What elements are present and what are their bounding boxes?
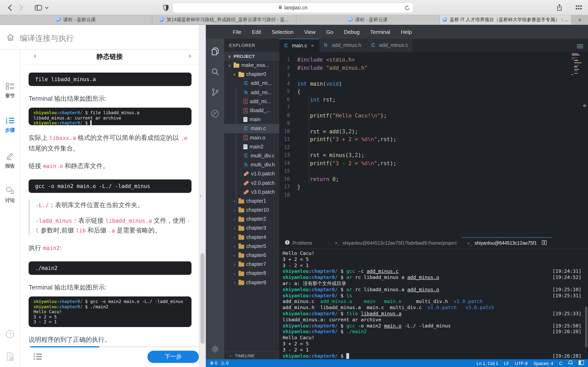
minimap[interactable] bbox=[572, 53, 586, 82]
tree-item[interactable]: ›chapter8 bbox=[224, 269, 279, 278]
sidebar-item-chapters[interactable]: 章节 bbox=[0, 83, 20, 100]
next-section-arrow[interactable]: › bbox=[186, 52, 194, 60]
search-icon[interactable] bbox=[206, 65, 224, 79]
split-terminal-icon[interactable] bbox=[542, 240, 546, 246]
timestamp: [19:25:31] bbox=[553, 292, 581, 299]
tree-item[interactable]: hmulti_div.h bbox=[224, 160, 279, 169]
terminal-segment: : bbox=[309, 292, 311, 299]
code-text bbox=[290, 104, 297, 111]
status-item[interactable]: Spaces: 4 bbox=[533, 361, 553, 366]
collapse-right-icon[interactable]: « bbox=[583, 101, 586, 108]
tree-item[interactable]: v3.0.patch bbox=[224, 187, 279, 196]
menu-item-file[interactable]: File bbox=[233, 29, 241, 35]
tree-item[interactable]: v2.0.patch bbox=[224, 178, 279, 187]
sidebar-item-steps[interactable]: 123步骤 bbox=[0, 117, 20, 134]
menu-item-debug[interactable]: Debug bbox=[344, 29, 360, 35]
prev-section-arrow[interactable]: ‹ bbox=[31, 52, 39, 60]
new-tab-button[interactable]: + bbox=[572, 15, 588, 25]
terminal-line: shiyanlou:chapter0/ $ ar rc libadd_minus… bbox=[283, 275, 588, 281]
tree-item[interactable]: main bbox=[224, 115, 279, 124]
tree-item[interactable]: ∨make_exa... bbox=[224, 61, 279, 70]
close-tab-icon[interactable]: × bbox=[311, 43, 314, 48]
browser-tab[interactable]: 课程 - 蓝桥云课 bbox=[0, 15, 152, 25]
tree-item[interactable]: Cmulti_div.c bbox=[224, 151, 279, 160]
menu-item-selection[interactable]: Selection bbox=[272, 29, 294, 35]
browser-tab[interactable]: 课程 - 蓝桥云课 bbox=[296, 15, 440, 25]
files-icon[interactable] bbox=[206, 44, 224, 58]
collapse-handle-icon[interactable]: ‹ bbox=[200, 193, 201, 199]
editor-tab[interactable]: Cmain.c× bbox=[279, 39, 319, 52]
tutorial-scrollbar[interactable] bbox=[200, 253, 205, 344]
layout-icon[interactable] bbox=[579, 360, 584, 366]
terminal-output[interactable]: Hello Cacu!3 + 2 = 53 - 2 = 1shiyanlou:c… bbox=[283, 250, 588, 359]
next-step-button[interactable]: 下一步 bbox=[147, 351, 199, 363]
tree-item[interactable]: main2 bbox=[224, 142, 279, 151]
tree-item[interactable]: 0110libadd_... bbox=[224, 106, 279, 115]
forward-button[interactable] bbox=[16, 2, 26, 13]
settings-gear-icon[interactable] bbox=[206, 342, 224, 356]
menu-item-help[interactable]: Help bbox=[401, 29, 412, 35]
tree-item[interactable]: ∨chapter0 bbox=[224, 70, 279, 79]
bell-icon[interactable] bbox=[568, 360, 573, 366]
tree-item[interactable]: ›chapter3 bbox=[224, 224, 279, 233]
terminal-tab[interactable]: Problems bbox=[279, 237, 318, 248]
privacy-shield-icon[interactable] bbox=[162, 2, 170, 13]
tree-item[interactable]: hadd_mi... bbox=[224, 88, 279, 97]
tree-item[interactable]: 0110main.o bbox=[224, 133, 279, 142]
help-icon[interactable]: ? bbox=[0, 330, 20, 340]
home-icon[interactable] bbox=[7, 33, 14, 43]
project-section-row[interactable]: ∨ PROJECT bbox=[224, 52, 279, 61]
menu-item-edit[interactable]: Edit bbox=[252, 29, 261, 35]
report-doc-icon[interactable] bbox=[0, 352, 20, 363]
tree-item[interactable]: ›chapter4 bbox=[224, 233, 279, 242]
editor-tab[interactable]: hadd_minus.h bbox=[319, 39, 366, 52]
tree-item[interactable]: ›chapter7 bbox=[224, 260, 279, 269]
sidebar-toggle-icon[interactable] bbox=[33, 2, 44, 13]
back-button[interactable] bbox=[5, 2, 15, 13]
terminal-tab[interactable]: >_shiyanlou@644513c12ae75f1 bbox=[462, 237, 552, 248]
menu-item-terminal[interactable]: Terminal bbox=[370, 29, 390, 35]
sidebar-item-discussion[interactable]: 讨论 bbox=[0, 187, 20, 204]
step-list-icon[interactable] bbox=[34, 353, 42, 362]
tree-item[interactable]: ›chapter6 bbox=[224, 251, 279, 260]
terminal-tab[interactable]: >_shiyanlou@644513c12ae75f17bde9aaf9:/ho… bbox=[330, 237, 462, 248]
tree-item[interactable]: v1.0.patch bbox=[224, 169, 279, 178]
warnings-indicator[interactable]: ⚠ 0 bbox=[221, 360, 228, 366]
tree-item[interactable]: ›chapter2 bbox=[224, 215, 279, 224]
terminal-scrollbar[interactable] bbox=[585, 307, 587, 347]
code-line: 4int main(void) bbox=[279, 80, 588, 88]
status-item[interactable]: C bbox=[559, 361, 562, 366]
tree-item[interactable]: ›chapter10 bbox=[224, 206, 279, 215]
token: "3 + 2 = bbox=[332, 136, 361, 142]
menu-item-go[interactable]: Go bbox=[326, 29, 333, 35]
source-control-icon[interactable] bbox=[206, 85, 224, 99]
status-item[interactable]: LF bbox=[504, 361, 509, 366]
tree-item[interactable]: Cmain.c bbox=[224, 124, 279, 133]
extensions-disabled-icon[interactable] bbox=[206, 106, 224, 120]
menu-item-view[interactable]: View bbox=[304, 29, 316, 35]
tab-overview-icon[interactable] bbox=[573, 2, 584, 13]
editor-tab[interactable]: Cadd_minus.c bbox=[366, 39, 414, 52]
code-editor[interactable]: 1#include <stdio.h>2#include "add_minus.… bbox=[279, 52, 588, 237]
status-item[interactable]: UTF-8 bbox=[515, 361, 527, 366]
status-item[interactable]: Ln 1, Col 1 bbox=[476, 361, 498, 366]
errors-indicator[interactable]: ⊗ 0 bbox=[210, 360, 217, 366]
tree-item[interactable]: Cadd_mi... bbox=[224, 79, 279, 88]
reload-icon[interactable] bbox=[405, 5, 410, 12]
token bbox=[323, 57, 326, 63]
chevron-down-icon[interactable] bbox=[43, 2, 50, 13]
code-line: 16 return 0; bbox=[279, 175, 588, 183]
paragraph: 说明程序的到了正确的执行。 bbox=[29, 334, 191, 344]
url-bar[interactable]: lanqiao.cn bbox=[172, 2, 414, 13]
timeline-section-row[interactable]: › TIMELINE bbox=[224, 351, 279, 359]
browser-tab[interactable]: 蓝桥 IT 人才培养项目（蓝桥杯大学组参赛选手专属）：... bbox=[440, 15, 572, 25]
sidebar-item-report[interactable]: 报告 bbox=[0, 152, 20, 170]
panel-divider[interactable]: ‹ bbox=[199, 25, 206, 367]
tree-item[interactable]: ›chapter9 bbox=[224, 278, 279, 287]
browser-tab[interactable]: 第14届蓝桥杯学习路线_养成路径_蓝桥云课学习路径 - 蓝... bbox=[152, 15, 296, 25]
tree-item[interactable]: ›chapter1 bbox=[224, 197, 279, 206]
tree-item[interactable]: ›chapter5 bbox=[224, 242, 279, 251]
editor-menu-icon[interactable] bbox=[577, 43, 583, 50]
tree-item[interactable]: 0110add_mi... bbox=[224, 97, 279, 106]
share-icon[interactable] bbox=[554, 2, 565, 13]
